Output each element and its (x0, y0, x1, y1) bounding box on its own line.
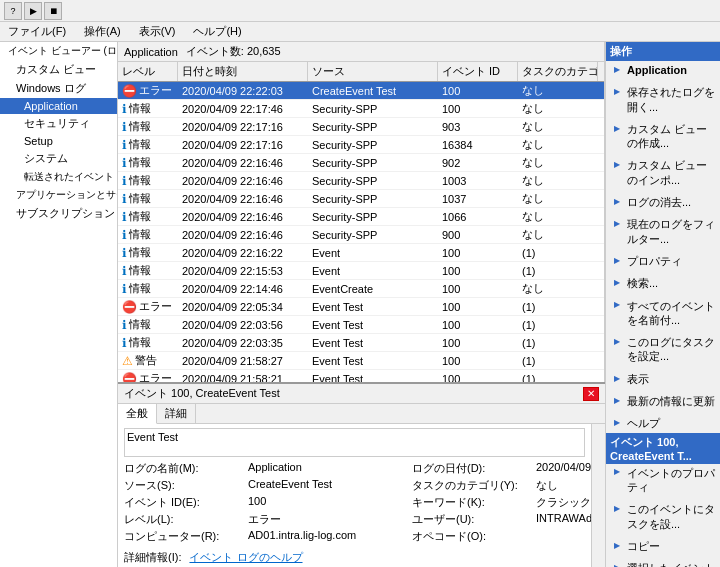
error-icon: ⛔ (122, 372, 137, 383)
cell-level: ℹ情報 (118, 208, 178, 225)
toolbar-btn-play[interactable]: ▶ (24, 2, 42, 20)
sidebar-item-setup[interactable]: Setup (0, 133, 117, 149)
right-item-0-3[interactable]: ▶カスタム ビューのインポ... (606, 156, 720, 189)
right-item-label: プロパティ (627, 254, 682, 268)
cell-level: ⛔エラー (118, 370, 178, 382)
right-item-0-7[interactable]: ▶検索... (606, 274, 720, 292)
field-label: オペコード(O): (412, 529, 532, 544)
info-icon: ℹ (122, 282, 127, 296)
sidebar-item-subscriptions[interactable]: サブスクリプション (0, 204, 117, 223)
sidebar-item-windows-log[interactable]: Windows ログ (0, 79, 117, 98)
toolbar: ? ▶ ⏹ (0, 0, 720, 22)
cell-source: Event Test (308, 372, 438, 383)
table-row[interactable]: ⛔エラー 2020/04/09 21:58:21 Event Test 100 … (118, 370, 604, 382)
cell-source: Event Test (308, 336, 438, 350)
detail-title: イベント 100, CreateEvent Test (124, 386, 280, 401)
toolbar-btn-help[interactable]: ? (4, 2, 22, 20)
right-item-0-8[interactable]: ▶すべてのイベントを名前付... (606, 297, 720, 330)
col-header-datetime[interactable]: 日付と時刻 (178, 62, 308, 81)
right-item-icon: ▶ (610, 561, 624, 567)
table-row[interactable]: ℹ情報 2020/04/09 22:16:46 Security-SPP 902… (118, 154, 604, 172)
table-row[interactable]: ℹ情報 2020/04/09 22:16:46 Security-SPP 900… (118, 226, 604, 244)
table-row[interactable]: ℹ情報 2020/04/09 22:17:16 Security-SPP 903… (118, 118, 604, 136)
right-item-0-9[interactable]: ▶このログにタスクを設定... (606, 333, 720, 366)
right-item-1-3[interactable]: ▶選択したイベントの保存... (606, 559, 720, 567)
table-row[interactable]: ℹ情報 2020/04/09 22:16:46 Security-SPP 103… (118, 190, 604, 208)
table-row[interactable]: ⚠警告 2020/04/09 21:58:27 Event Test 100 (… (118, 352, 604, 370)
table-row[interactable]: ⛔エラー 2020/04/09 22:05:34 Event Test 100 … (118, 298, 604, 316)
right-item-0-6[interactable]: ▶プロパティ (606, 252, 720, 270)
cell-source: Event (308, 264, 438, 278)
sidebar-item-custom[interactable]: カスタム ビュー (0, 60, 117, 79)
detail-info-link[interactable]: イベント ログのヘルプ (189, 550, 302, 565)
right-item-0-0[interactable]: ▶Application (606, 61, 720, 79)
col-header-level[interactable]: レベル (118, 62, 178, 81)
cell-category: (1) (518, 264, 598, 278)
right-item-0-11[interactable]: ▶最新の情報に更新 (606, 392, 720, 410)
sidebar-item-appservices[interactable]: アプリケーションとサービス ログ (0, 186, 117, 204)
cell-source: Security-SPP (308, 102, 438, 116)
cell-datetime: 2020/04/09 22:16:46 (178, 192, 308, 206)
sidebar-item-forwarded[interactable]: 転送されたイベント (0, 168, 117, 186)
cell-datetime: 2020/04/09 22:16:46 (178, 210, 308, 224)
event-list-title: Application (124, 46, 178, 58)
table-row[interactable]: ℹ情報 2020/04/09 22:17:46 Security-SPP 100… (118, 100, 604, 118)
table-row[interactable]: ℹ情報 2020/04/09 22:16:46 Security-SPP 106… (118, 208, 604, 226)
right-item-1-1[interactable]: ▶このイベントにタスクを設... (606, 500, 720, 533)
right-item-icon: ▶ (610, 539, 624, 553)
right-item-0-4[interactable]: ▶ログの消去... (606, 193, 720, 211)
col-header-category[interactable]: タスクのカテゴリ (518, 62, 598, 81)
sidebar-item-application[interactable]: Application (0, 98, 117, 114)
cell-source: Event (308, 246, 438, 260)
sidebar-item-system[interactable]: システム (0, 149, 117, 168)
info-icon: ℹ (122, 318, 127, 332)
cell-datetime: 2020/04/09 22:14:46 (178, 282, 308, 296)
menu-action[interactable]: 操作(A) (80, 22, 125, 41)
right-item-1-2[interactable]: ▶コピー (606, 537, 720, 555)
right-item-0-12[interactable]: ▶ヘルプ (606, 414, 720, 432)
detail-tab-detail[interactable]: 詳細 (157, 404, 196, 423)
table-row[interactable]: ℹ情報 2020/04/09 22:16:22 Event 100 (1) (118, 244, 604, 262)
table-row[interactable]: ⛔エラー 2020/04/09 22:22:03 CreateEvent Tes… (118, 82, 604, 100)
detail-close-button[interactable]: ✕ (583, 387, 599, 401)
menu-file[interactable]: ファイル(F) (4, 22, 70, 41)
right-item-icon: ▶ (610, 299, 624, 313)
field-label: タスクのカテゴリ(Y): (412, 478, 532, 493)
menu-help[interactable]: ヘルプ(H) (189, 22, 245, 41)
field-value: クラシック (536, 495, 591, 510)
table-row[interactable]: ℹ情報 2020/04/09 22:16:46 Security-SPP 100… (118, 172, 604, 190)
table-row[interactable]: ℹ情報 2020/04/09 22:15:53 Event 100 (1) (118, 262, 604, 280)
field-value: CreateEvent Test (248, 478, 408, 493)
right-item-icon: ▶ (610, 466, 624, 480)
table-row[interactable]: ℹ情報 2020/04/09 22:03:56 Event Test 100 (… (118, 316, 604, 334)
sidebar-item-root[interactable]: イベント ビューアー (ローカル) (0, 42, 117, 60)
col-header-eventid[interactable]: イベント ID (438, 62, 518, 81)
field-label: ユーザー(U): (412, 512, 532, 527)
table-header: レベル 日付と時刻 ソース イベント ID タスクのカテゴリ (118, 62, 604, 82)
cell-level: ℹ情報 (118, 136, 178, 153)
right-item-icon: ▶ (610, 254, 624, 268)
table-row[interactable]: ℹ情報 2020/04/09 22:14:46 EventCreate 100 … (118, 280, 604, 298)
menu-view[interactable]: 表示(V) (135, 22, 180, 41)
cell-level: ⚠警告 (118, 352, 178, 369)
right-item-1-0[interactable]: ▶イベントのプロパティ (606, 464, 720, 497)
sidebar: イベント ビューアー (ローカル) カスタム ビュー Windows ログ Ap… (0, 42, 118, 567)
right-item-0-1[interactable]: ▶保存されたログを開く... (606, 83, 720, 116)
detail-panel: イベント 100, CreateEvent Test ✕ 全般 詳細 Event… (118, 382, 605, 567)
warning-icon: ⚠ (122, 354, 133, 368)
cell-source: Security-SPP (308, 156, 438, 170)
right-item-0-5[interactable]: ▶現在のログをフィルター... (606, 215, 720, 248)
right-item-0-10[interactable]: ▶表示 (606, 370, 720, 388)
table-row[interactable]: ℹ情報 2020/04/09 22:03:35 Event Test 100 (… (118, 334, 604, 352)
right-item-0-2[interactable]: ▶カスタム ビューの作成... (606, 120, 720, 153)
info-icon: ℹ (122, 120, 127, 134)
sidebar-item-security[interactable]: セキュリティ (0, 114, 117, 133)
detail-scrollbar (591, 424, 605, 567)
detail-tab-general[interactable]: 全般 (118, 404, 157, 424)
cell-eventid: 903 (438, 120, 518, 134)
right-item-icon: ▶ (610, 122, 624, 136)
table-row[interactable]: ℹ情報 2020/04/09 22:17:16 Security-SPP 163… (118, 136, 604, 154)
col-header-source[interactable]: ソース (308, 62, 438, 81)
right-item-label: このログにタスクを設定... (627, 335, 716, 364)
toolbar-btn-stop[interactable]: ⏹ (44, 2, 62, 20)
